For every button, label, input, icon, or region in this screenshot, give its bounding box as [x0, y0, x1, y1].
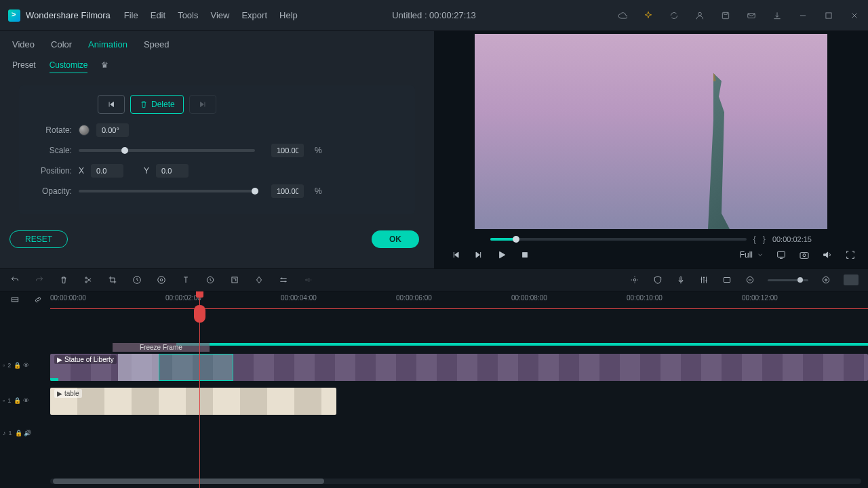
scale-value[interactable] [271, 144, 304, 157]
tab-animation[interactable]: Animation [88, 39, 127, 49]
inspector-panel: Video Color Animation Speed Preset Custo… [0, 31, 434, 268]
track-add-icon[interactable] [9, 294, 20, 305]
audio-1-header[interactable]: ♪ 1 🔒 🔊 [3, 430, 31, 436]
crop-zoom-icon[interactable] [229, 274, 240, 285]
delete-keyframe-button[interactable]: Delete [130, 95, 184, 114]
sparkle-icon[interactable] [643, 10, 654, 21]
reset-button[interactable]: RESET [9, 230, 68, 248]
menu-view[interactable]: View [210, 10, 229, 20]
svg-rect-3 [826, 12, 831, 18]
adjust-icon[interactable] [278, 274, 289, 285]
subtab-preset[interactable]: Preset [12, 60, 36, 73]
zoom-slider[interactable] [768, 279, 808, 281]
link-icon[interactable] [33, 294, 43, 305]
position-x-value[interactable] [91, 164, 123, 178]
redo-icon[interactable] [34, 274, 45, 285]
video-preview[interactable] [475, 34, 827, 229]
clip-selection[interactable] [159, 354, 233, 381]
prev-keyframe-button[interactable] [98, 95, 125, 114]
text-icon[interactable] [180, 274, 191, 285]
keyframe-icon[interactable] [254, 274, 264, 285]
download-icon[interactable] [772, 10, 783, 21]
bracket-open[interactable]: { [753, 235, 756, 244]
ok-button[interactable]: OK [372, 230, 419, 248]
rotate-dial[interactable] [79, 125, 90, 136]
mixer-icon[interactable] [698, 274, 709, 285]
render-icon[interactable] [629, 274, 640, 285]
play-icon[interactable] [496, 249, 507, 260]
audio-icon[interactable] [302, 274, 313, 285]
play-forward-icon[interactable] [473, 249, 484, 260]
crop-icon[interactable] [107, 274, 118, 285]
menu-export[interactable]: Export [241, 10, 267, 20]
close-icon[interactable] [849, 10, 860, 21]
playhead[interactable] [199, 291, 200, 488]
zoom-out-icon[interactable] [745, 274, 755, 285]
timeline-scrollbar[interactable] [50, 479, 861, 484]
opacity-slider[interactable] [79, 190, 255, 192]
window-controls [617, 10, 860, 21]
scrubber: { } 00:00:02:15 [490, 235, 812, 244]
audio-track-1[interactable] [50, 420, 868, 441]
position-label: Position: [30, 166, 72, 176]
maximize-icon[interactable] [823, 10, 834, 21]
scale-slider[interactable] [79, 149, 255, 152]
bracket-close[interactable]: } [763, 235, 766, 244]
timeline: 00:00:00:00 00:00:02:00 00:00:04:00 00:0… [0, 291, 868, 488]
svg-rect-1 [722, 12, 728, 18]
snapshot-icon[interactable] [799, 249, 810, 260]
freeze-frame-bar[interactable] [176, 343, 868, 346]
mail-icon[interactable] [746, 10, 757, 21]
step-back-icon[interactable] [450, 249, 461, 260]
opacity-value[interactable] [271, 184, 304, 198]
quality-select[interactable]: Full [740, 249, 764, 260]
menu-file[interactable]: File [124, 10, 138, 20]
marker-icon[interactable] [205, 274, 216, 285]
scrub-track[interactable] [490, 238, 747, 241]
volume-icon[interactable] [822, 249, 833, 260]
animation-subtabs: Preset Customize ♛ [0, 58, 434, 80]
cloud-icon[interactable] [617, 10, 628, 21]
stop-icon[interactable] [519, 249, 530, 260]
color-icon[interactable] [156, 274, 167, 285]
playback-row: Full [437, 249, 865, 260]
tab-video[interactable]: Video [12, 39, 35, 49]
display-icon[interactable] [776, 249, 787, 260]
svg-rect-5 [778, 251, 785, 257]
zoom-in-icon[interactable] [821, 274, 831, 285]
menu-tools[interactable]: Tools [178, 10, 198, 20]
refresh-icon[interactable] [669, 10, 679, 21]
tab-speed[interactable]: Speed [144, 39, 170, 49]
svg-rect-4 [523, 253, 528, 258]
tab-color[interactable]: Color [51, 39, 72, 49]
split-icon[interactable] [83, 274, 94, 285]
freeze-frame-title: Freeze Frame [113, 343, 210, 352]
undo-icon[interactable] [9, 274, 20, 285]
next-keyframe-button[interactable] [189, 95, 216, 114]
rotate-value[interactable] [96, 123, 129, 137]
svg-point-11 [158, 277, 165, 284]
shield-icon[interactable] [652, 274, 663, 285]
menu-edit[interactable]: Edit [151, 10, 165, 20]
clip-segment[interactable] [118, 354, 159, 381]
fit-icon[interactable] [844, 274, 859, 285]
mic-icon[interactable] [675, 274, 686, 285]
subtab-customize[interactable]: Customize [50, 60, 88, 73]
opacity-unit: % [315, 186, 322, 196]
user-icon[interactable] [694, 10, 705, 21]
table-clip[interactable]: ▶ table [50, 388, 336, 415]
track-2-header[interactable]: ▫ 2 🔒 👁 [3, 362, 29, 369]
ratio-icon[interactable] [722, 274, 732, 285]
fullscreen-icon[interactable] [845, 249, 856, 260]
time-ruler[interactable]: 00:00:00:00 00:00:02:00 00:00:04:00 00:0… [50, 291, 868, 309]
speed-icon[interactable] [132, 274, 142, 285]
save-icon[interactable] [720, 10, 731, 21]
menu-help[interactable]: Help [279, 10, 298, 20]
statue-clip-label: ▶ Statue of Liberty [54, 355, 117, 364]
track-1-header[interactable]: ▫ 1 🔒 👁 [3, 397, 29, 404]
position-y-value[interactable] [156, 164, 189, 178]
statue-clip[interactable]: ▶ Statue of Liberty [50, 354, 868, 381]
svg-rect-16 [680, 277, 682, 281]
minimize-icon[interactable] [797, 10, 808, 21]
delete-icon[interactable] [58, 274, 69, 285]
